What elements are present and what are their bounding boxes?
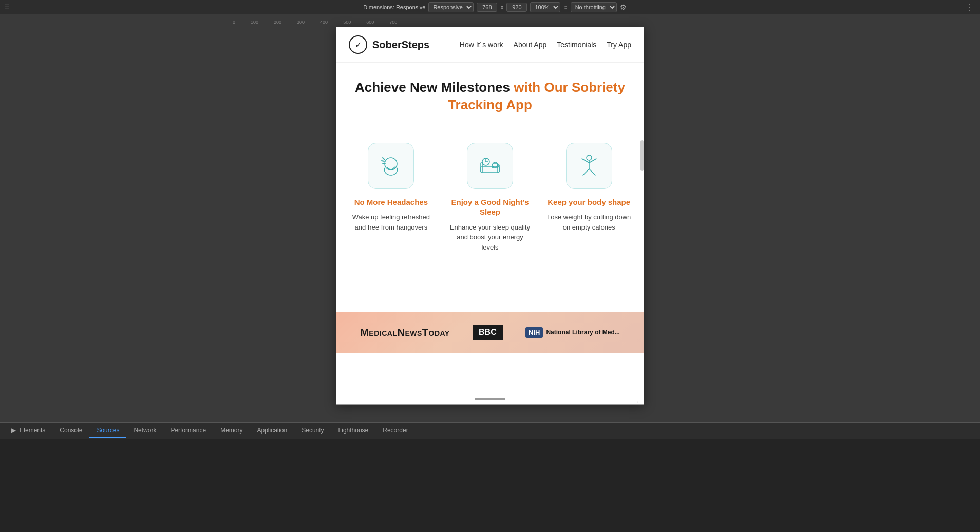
dimension-separator: x [500, 4, 503, 11]
sleep-icon [477, 153, 503, 179]
width-input[interactable] [477, 3, 497, 12]
press-section: MedicalNewsToday BBC NIH National Librar… [336, 312, 644, 353]
feature-desc-sleep: Enhance your sleep quality and boost you… [448, 222, 533, 253]
tick-400: 400 [320, 20, 343, 25]
devtools-tab-console[interactable]: Console [52, 424, 89, 438]
devtools-tab-lighthouse[interactable]: Lighthouse [331, 424, 376, 438]
devtools-topbar: ☰ Dimensions: Responsive Responsive x 10… [0, 0, 980, 14]
headache-icon [378, 153, 404, 179]
nav-try-app[interactable]: Try App [607, 41, 631, 49]
feature-desc-body: Lose weight by cutting down on empty cal… [546, 212, 631, 232]
page-drag-handle[interactable] [475, 398, 505, 400]
nih-subtitle: National Library of Med... [546, 329, 619, 336]
devtools-tab-security[interactable]: Security [294, 424, 331, 438]
features-section: No More Headaches Wake up feeling refres… [336, 124, 644, 271]
resize-handle[interactable]: ⌞ [637, 398, 644, 404]
nih-badge: NIH [525, 327, 543, 338]
feature-title-headaches: No More Headaches [354, 197, 428, 207]
zoom-separator: ○ [563, 4, 567, 11]
nav-how-it-works[interactable]: How It´s work [460, 41, 503, 49]
feature-card-body: Keep your body shape Lose weight by cutt… [542, 137, 635, 259]
ruler-marks: 0 100 200 300 400 500 600 700 [0, 14, 980, 25]
devtools-content-area [0, 439, 980, 447]
devtools-tab-memory[interactable]: Memory [213, 424, 250, 438]
cursor-icon: ▶ [11, 427, 16, 434]
zoom-select[interactable]: 100% [530, 2, 560, 12]
svg-point-9 [587, 155, 592, 160]
svg-line-12 [589, 159, 596, 163]
svg-line-13 [583, 169, 589, 175]
content-spacer [336, 271, 644, 312]
tick-0: 0 [233, 20, 251, 25]
devtools-viewport-controls: Dimensions: Responsive Responsive x 100%… [363, 2, 626, 12]
nav-testimonials[interactable]: Testimonials [557, 41, 596, 49]
svg-point-0 [385, 158, 397, 170]
brand-icon: ✓ [349, 35, 367, 54]
devtools-tab-network[interactable]: Network [126, 424, 163, 438]
bottom-section [336, 353, 644, 404]
sleep-icon-box [467, 143, 513, 189]
devtools-tab-recorder[interactable]: Recorder [375, 424, 415, 438]
svg-rect-3 [481, 163, 483, 172]
devtools-tab-sources[interactable]: Sources [89, 424, 126, 438]
devtools-tab-application[interactable]: Application [250, 424, 294, 438]
throttle-select[interactable]: No throttling [571, 2, 617, 12]
more-options-icon[interactable]: ⋮ [966, 3, 974, 12]
medical-news-today-logo: MedicalNewsToday [360, 327, 449, 338]
tick-300: 300 [297, 20, 320, 25]
bbc-text: BBC [479, 328, 497, 336]
hero-title: Achieve New Milestones with Our Sobriety… [349, 79, 631, 114]
feature-desc-headaches: Wake up feeling refreshed and free from … [349, 212, 434, 232]
bbc-logo: BBC [473, 325, 503, 340]
body-shape-icon [576, 153, 602, 179]
feature-title-body: Keep your body shape [548, 197, 630, 207]
tick-700: 700 [389, 20, 412, 25]
tick-200: 200 [274, 20, 297, 25]
dimensions-label: Dimensions: Responsive [363, 4, 425, 10]
app-window: ✓ SoberSteps How It´s work About App Tes… [336, 27, 644, 405]
tick-100: 100 [251, 20, 274, 25]
mnt-text: MedicalNewsToday [360, 327, 449, 338]
nav-about-app[interactable]: About App [514, 41, 547, 49]
nav-links: How It´s work About App Testimonials Try… [460, 41, 631, 49]
brand-name: SoberSteps [372, 39, 429, 51]
feature-card-sleep: Enjoy a Good Night's Sleep Enhance your … [444, 137, 537, 259]
scrollbar-indicator[interactable] [640, 140, 644, 171]
devtools-tabs: ▶ Elements Console Sources Network Perfo… [0, 423, 980, 439]
devtools-tab-performance[interactable]: Performance [163, 424, 213, 438]
devtools-tab-elements[interactable]: ▶ Elements [4, 424, 52, 438]
viewport-container: ✓ SoberSteps How It´s work About App Tes… [0, 25, 980, 407]
x-axis-ruler: 0 100 200 300 400 500 600 700 [0, 14, 980, 25]
devtools-panel: ▶ Elements Console Sources Network Perfo… [0, 422, 980, 532]
height-input[interactable] [506, 3, 527, 12]
headache-icon-box [368, 143, 414, 189]
feature-card-headaches: No More Headaches Wake up feeling refres… [345, 137, 438, 259]
responsive-select[interactable]: Responsive [428, 2, 474, 12]
tick-600: 600 [366, 20, 389, 25]
devtools-topbar-spacer: ☰ [4, 4, 10, 11]
settings-icon[interactable]: ⚙ [620, 3, 627, 11]
brand: ✓ SoberSteps [349, 35, 429, 54]
nih-logo: NIH National Library of Med... [525, 327, 620, 338]
navbar: ✓ SoberSteps How It´s work About App Tes… [336, 27, 644, 63]
svg-line-14 [589, 169, 595, 175]
feature-title-sleep: Enjoy a Good Night's Sleep [448, 197, 533, 217]
checkmark-icon: ✓ [355, 40, 362, 50]
hero-title-plain: Achieve New Milestones [355, 80, 514, 95]
body-icon-box [566, 143, 612, 189]
svg-line-11 [582, 159, 589, 163]
hero-section: Achieve New Milestones with Our Sobriety… [336, 63, 644, 124]
tick-500: 500 [343, 20, 366, 25]
